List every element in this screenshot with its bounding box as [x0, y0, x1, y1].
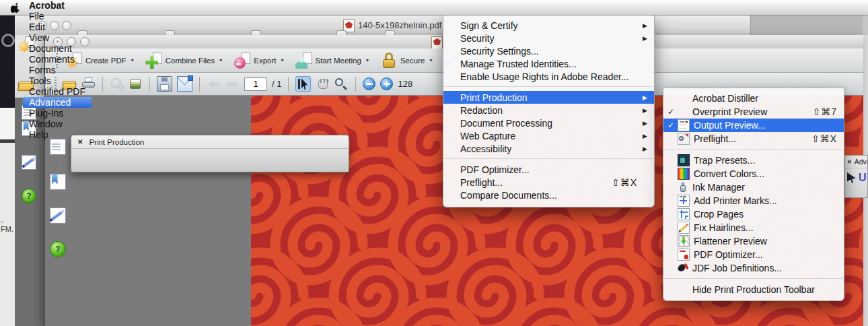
- item-compare-documents[interactable]: Compare Documents... ▶: [443, 189, 654, 201]
- zoom-in-button[interactable]: [380, 77, 393, 90]
- item-file[interactable]: File: [23, 11, 92, 22]
- item-view[interactable]: View: [23, 32, 92, 43]
- item-enable-usage-rights-in-adobe-reader[interactable]: Enable Usage Rights in Adobe Reader... ▶: [443, 70, 654, 83]
- menu-separator: [664, 278, 843, 280]
- pdf-file-icon: [431, 36, 443, 49]
- output-preview-button[interactable]: [100, 152, 115, 166]
- ink-manager-button[interactable]: [167, 152, 182, 166]
- item-sign-certify[interactable]: Sign & Certify ▶: [443, 19, 654, 32]
- zoom-out-button[interactable]: [363, 77, 375, 90]
- jdf-job-definitions-button[interactable]: [300, 152, 315, 166]
- add-printer-marks-button[interactable]: [189, 152, 204, 166]
- help-button[interactable]: [50, 241, 66, 257]
- item-certified-pdf[interactable]: Certified PDF: [23, 86, 92, 97]
- item-manage-trusted-identities[interactable]: Manage Trusted Identities... ▶: [443, 57, 654, 70]
- touchup-text-tool-icon[interactable]: U: [859, 172, 867, 184]
- send-for-review-button[interactable]: [110, 77, 124, 91]
- item-fix-hairlines[interactable]: ✓ Fix Hairlines...: [663, 221, 844, 234]
- item-forms[interactable]: Forms: [23, 65, 92, 75]
- submenu-arrow-icon: ▶: [643, 133, 647, 139]
- menu-item-label: Print Production: [460, 92, 528, 103]
- menu-item-label: Fix Hairlines...: [694, 222, 754, 233]
- hand-tool-button[interactable]: [316, 77, 330, 91]
- crop-pages-button[interactable]: [211, 152, 226, 166]
- back-help-button[interactable]: [22, 189, 36, 203]
- item-accessibility[interactable]: Accessibility ▶: [443, 142, 654, 155]
- item-pdf-optimizer[interactable]: ✓ PDF Optimizer...: [663, 248, 844, 261]
- item-security[interactable]: Security ▶: [443, 32, 654, 44]
- item-help[interactable]: Help: [23, 129, 92, 140]
- bookmarks-panel-button[interactable]: [50, 174, 66, 190]
- submenu-arrow-icon: ▶: [643, 120, 647, 127]
- toolbar-button-label: Start Meeting: [316, 57, 361, 65]
- item-preflight[interactable]: ✓ Preflight... ⇧⌘X: [663, 132, 844, 145]
- menu-item-label: Ink Manager: [692, 182, 745, 193]
- item-document-processing[interactable]: Document Processing ▶: [443, 117, 654, 129]
- item-preflight[interactable]: Preflight... ⇧⌘X ▶: [443, 176, 654, 189]
- item-tools[interactable]: Tools: [23, 75, 92, 86]
- item-flattener-preview[interactable]: ✓ Flattener Preview: [663, 234, 844, 248]
- item-convert-colors[interactable]: ✓ Convert Colors...: [663, 167, 844, 181]
- item-web-capture[interactable]: Web Capture ▶: [443, 129, 654, 142]
- item-add-printer-marks[interactable]: ✓ Add Printer Marks...: [663, 194, 844, 207]
- page-total-label: / 1: [272, 79, 281, 89]
- previous-view-button[interactable]: [207, 77, 221, 91]
- combine-files-button[interactable]: Combine Files ▾: [146, 53, 223, 69]
- preflight-button[interactable]: [122, 152, 137, 166]
- item-acrobat[interactable]: Acrobat: [23, 0, 92, 11]
- fix-hairlines-button[interactable]: [233, 152, 248, 166]
- filename-fragment-label: -FM.: [1, 217, 15, 233]
- apple-icon[interactable]: [8, 0, 23, 15]
- start-meeting-button[interactable]: Start Meeting ▾: [296, 53, 369, 69]
- item-print-production[interactable]: Print Production ▶: [443, 91, 654, 104]
- item-document[interactable]: Document: [23, 43, 92, 54]
- pdf-optimizer-button[interactable]: [278, 152, 293, 166]
- next-view-button[interactable]: [225, 77, 240, 91]
- item-plug-ins[interactable]: Plug-Ins: [23, 108, 92, 119]
- item-pdf-optimizer[interactable]: PDF Optimizer... ▶: [443, 163, 654, 176]
- page-number-input[interactable]: [244, 77, 267, 91]
- save-button[interactable]: [157, 76, 172, 92]
- item-ink-manager[interactable]: ✓ Ink Manager: [663, 181, 844, 194]
- item-redaction[interactable]: Redaction ▶: [443, 104, 654, 117]
- item-crop-pages[interactable]: ✓ Crop Pages: [663, 207, 844, 221]
- menubar: AcrobatFileEditViewDocumentCommentsForms…: [0, 0, 868, 15]
- item-security-settings[interactable]: Security Settings... ▶: [443, 44, 654, 57]
- item-trap-presets[interactable]: ✓ Trap Presets...: [663, 154, 844, 167]
- menubar-item-label: Certified PDF: [29, 86, 85, 97]
- signatures-panel-button[interactable]: [50, 207, 66, 224]
- item-hide-print-production-toolbar[interactable]: ✓ Hide Print Production Toolbar: [663, 283, 844, 296]
- menubar-item-label: View: [29, 32, 49, 43]
- select-tool-button[interactable]: [295, 76, 311, 92]
- item-acrobat-distiller[interactable]: ✓ Acrobat Distiller: [663, 92, 844, 105]
- item-edit[interactable]: Edit: [23, 22, 92, 32]
- trap-presets-button[interactable]: [78, 152, 93, 166]
- item-jdf-job-definitions[interactable]: ✓ JDF Job Definitions...: [663, 261, 844, 275]
- leftmost-window-label-area: -FM.: [0, 108, 15, 139]
- item-window[interactable]: Window: [23, 119, 92, 129]
- pages-panel-button[interactable]: [50, 139, 66, 155]
- menu-item-shortcut: ⇧⌘X: [612, 177, 637, 188]
- select-object-tool-icon[interactable]: [847, 172, 856, 183]
- close-toolbar-icon[interactable]: ✕: [847, 159, 852, 165]
- dropdown-caret-icon: ▾: [281, 57, 284, 63]
- marquee-zoom-button[interactable]: [334, 77, 349, 91]
- item-overprint-preview[interactable]: ✓ Overprint Preview ⇧⌘7: [663, 105, 844, 119]
- secure-button[interactable]: Secure ▾: [381, 53, 432, 69]
- menubar-item-label: Document: [29, 43, 72, 54]
- flattener-preview-button[interactable]: [256, 152, 270, 166]
- submenu-arrow-icon: ▶: [643, 22, 647, 29]
- menu-separator: [664, 149, 843, 150]
- advanced-editing-toolbar-fragment: ✕ Advanc U: [844, 155, 868, 198]
- menu-item-label: Convert Colors...: [694, 168, 764, 179]
- menubar-item-label: Edit: [29, 22, 45, 32]
- export-button[interactable]: Export ▾: [234, 53, 283, 69]
- item-output-preview[interactable]: ✓ Output Preview...: [663, 119, 844, 132]
- item-comments[interactable]: Comments: [23, 54, 92, 65]
- convert-colors-button[interactable]: [145, 152, 159, 166]
- organizer-button[interactable]: [129, 77, 143, 91]
- email-button[interactable]: [177, 76, 192, 92]
- menu-item-label: Sign & Certify: [460, 20, 518, 31]
- item-advanced[interactable]: Advanced: [23, 97, 92, 108]
- back-signatures-panel-button[interactable]: [22, 155, 36, 170]
